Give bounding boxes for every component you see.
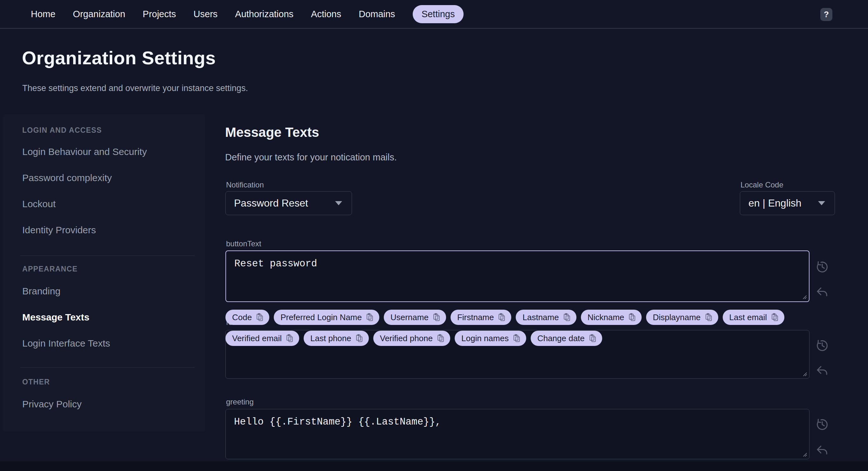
undo-arrow-icon [815, 285, 830, 300]
buttontext-textarea[interactable]: Reset password [226, 251, 809, 301]
greeting-history-button[interactable] [815, 417, 830, 432]
undo-arrow-icon [815, 364, 830, 378]
clipboard-copy-icon [432, 313, 441, 322]
undo-arrow-icon [815, 443, 830, 458]
sidebar-item-password-complexity[interactable]: Password complexity [22, 172, 112, 184]
placeholder-chips-row-2: Verified email Last phone Verified phone… [225, 331, 602, 346]
placeholder-chips-row-1: Code Preferred Login Name Username First… [225, 310, 784, 325]
clipboard-copy-icon [512, 334, 521, 343]
help-button[interactable]: ? [820, 8, 832, 21]
history-icon [815, 338, 830, 353]
chip-label: Preferred Login Name [280, 313, 362, 322]
notification-label: Notification [226, 180, 264, 190]
nav-item-home[interactable]: Home [31, 9, 55, 19]
sidebar-item-identity-providers[interactable]: Identity Providers [22, 224, 96, 236]
chip-label: Change date [537, 333, 585, 343]
clipboard-copy-icon [704, 313, 713, 322]
nav-item-actions[interactable]: Actions [311, 9, 341, 19]
chip-displayname[interactable]: Displayname [646, 310, 718, 325]
sidebar-item-login-behaviour-and-security[interactable]: Login Behaviour and Security [22, 146, 147, 157]
sidebar-item-lockout[interactable]: Lockout [22, 198, 56, 210]
chip-label: Username [391, 313, 429, 322]
history-icon [815, 260, 830, 274]
sidebar-item-login-interface-texts[interactable]: Login Interface Texts [22, 337, 110, 349]
sidebar-item-message-texts[interactable]: Message Texts [22, 312, 89, 323]
chip-label: Lastname [522, 313, 559, 322]
chip-last-phone[interactable]: Last phone [304, 331, 369, 346]
chip-preferred-login-name[interactable]: Preferred Login Name [274, 310, 379, 325]
chevron-down-icon [335, 201, 342, 205]
sidebar-divider [20, 256, 194, 256]
locale-select[interactable]: en | English [740, 191, 835, 215]
chip-username[interactable]: Username [384, 310, 446, 325]
sidebar-section-appearance: APPEARANCE [22, 265, 78, 273]
clipboard-copy-icon [436, 334, 445, 343]
bottom-edge-strip [0, 462, 868, 471]
greeting-label: greeting [226, 398, 254, 407]
chip-change-date[interactable]: Change date [531, 331, 602, 346]
chip-label: Login names [461, 333, 509, 343]
section-title: Message Texts [225, 125, 319, 140]
history-icon [815, 417, 830, 432]
clipboard-copy-icon [588, 334, 597, 343]
chip-label: Verified phone [380, 333, 433, 343]
locale-select-value: en | English [748, 197, 802, 209]
chip-verified-email[interactable]: Verified email [225, 331, 299, 346]
chip-last-email[interactable]: Last email [723, 310, 785, 325]
clipboard-copy-icon [255, 313, 264, 322]
clipboard-copy-icon [628, 313, 637, 322]
nav-item-settings[interactable]: Settings [413, 5, 464, 23]
page-title: Organization Settings [22, 47, 216, 68]
buttontext-label: buttonText [226, 239, 261, 248]
chip-firstname[interactable]: Firstname [451, 310, 512, 325]
buttontext-field-wrap: Reset password [225, 251, 809, 302]
clipboard-copy-icon [562, 313, 571, 322]
sidebar-item-branding[interactable]: Branding [22, 286, 60, 297]
chip-lastname[interactable]: Lastname [516, 310, 576, 325]
greeting-undo-button[interactable] [815, 443, 830, 458]
sidebar-divider [20, 367, 194, 367]
page-subtitle: These settings extend and overwrite your… [22, 83, 248, 93]
chip-label: Nickname [588, 313, 624, 322]
chip-label: Last email [730, 313, 767, 322]
buttontext-history-button[interactable] [815, 260, 830, 274]
notification-select-value: Password Reset [234, 197, 308, 209]
nav-item-users[interactable]: Users [194, 9, 218, 19]
chip-verified-phone[interactable]: Verified phone [373, 331, 450, 346]
chevron-down-icon [818, 201, 825, 205]
clipboard-copy-icon [285, 334, 294, 343]
greeting-textarea[interactable]: Hello {{.FirstName}} {{.LastName}}, [226, 409, 809, 459]
sidebar-section-login-and-access: LOGIN AND ACCESS [22, 126, 102, 135]
chip-label: Last phone [310, 333, 351, 343]
nav-item-authorizations[interactable]: Authorizations [235, 9, 293, 19]
chip-login-names[interactable]: Login names [455, 331, 526, 346]
clipboard-copy-icon [770, 313, 779, 322]
nav-item-organization[interactable]: Organization [73, 9, 125, 19]
nav-item-projects[interactable]: Projects [143, 9, 176, 19]
settings-sidebar: LOGIN AND ACCESS Login Behaviour and Sec… [3, 114, 205, 432]
locale-code-label: Locale Code [741, 180, 783, 190]
clipboard-copy-icon [365, 313, 374, 322]
nav-item-domains[interactable]: Domains [359, 9, 395, 19]
top-navbar: Home Organization Projects Users Authori… [0, 0, 868, 29]
chip-label: Firstname [457, 313, 494, 322]
buttontext-undo-button[interactable] [815, 285, 830, 300]
clipboard-copy-icon [497, 313, 506, 322]
chip-label: Verified email [232, 333, 282, 343]
chip-code[interactable]: Code [225, 310, 269, 325]
footertext-undo-button[interactable] [815, 364, 830, 378]
greeting-field-wrap: Hello {{.FirstName}} {{.LastName}}, [225, 409, 809, 459]
section-description: Define your texts for your notication ma… [225, 152, 397, 163]
notification-select[interactable]: Password Reset [225, 191, 352, 215]
chip-nickname[interactable]: Nickname [581, 310, 642, 325]
chip-label: Displayname [653, 313, 701, 322]
sidebar-item-privacy-policy[interactable]: Privacy Policy [22, 399, 82, 410]
chip-label: Code [232, 313, 252, 322]
app-window: Home Organization Projects Users Authori… [0, 0, 868, 471]
clipboard-copy-icon [355, 334, 364, 343]
footertext-history-button[interactable] [815, 338, 830, 353]
sidebar-section-other: OTHER [22, 378, 50, 386]
